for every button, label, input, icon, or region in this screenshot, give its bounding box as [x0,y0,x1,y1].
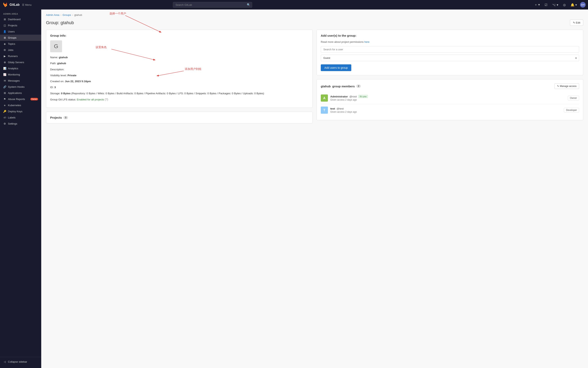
page-header: Group: gtahub ✎ Edit [46,20,583,26]
alerts-button[interactable]: 🔔 ▾ [569,2,579,8]
members-title-suffix: group members [332,84,355,88]
group-avatar-letter: G [54,43,58,49]
dashboard-icon: ⊞ [3,18,6,21]
sidebar-item-topics[interactable]: ◈ Topics [0,41,41,47]
projects-card: Projects 0 [46,112,313,123]
sidebar-label-kubernetes: Kubernetes [8,104,21,107]
members-group-name: gtahub [321,84,331,88]
member-access-time-admin: Given access 2 days ago [330,98,565,101]
sidebar-item-users[interactable]: 👤 Users [0,28,41,35]
sidebar-label-monitoring: Monitoring [8,73,20,76]
user-avatar[interactable]: A ▾ [580,2,586,8]
sidebar-label-messages: Messages [8,79,20,82]
sidebar-item-analytics[interactable]: 📊 Analytics [0,65,41,72]
collapse-label: Collapse sidebar [8,360,27,363]
sidebar-item-jobs[interactable]: ⚙ Jobs [0,47,41,53]
sidebar-item-gitaly[interactable]: ⊕ Gitaly Servers [0,59,41,65]
sidebar-item-labels[interactable]: 🏷 Labels [0,114,41,121]
member-username-admin: @root [350,95,357,98]
sidebar-item-messages[interactable]: ✉ Messages [0,78,41,84]
group-name-value: gtahub [59,56,68,59]
sidebar-item-system-hooks[interactable]: 🔗 System Hooks [0,84,41,90]
sidebar-item-settings[interactable]: ⚙ Settings [0,121,41,127]
sidebar-item-dashboard[interactable]: ⊞ Dashboard [0,16,41,22]
member-row-admin: A Administrator @root It's you Given acc… [321,92,579,104]
groups-icon: ⊞ [3,36,6,39]
member-info-admin: Administrator @root It's you Given acces… [330,95,565,101]
create-button[interactable]: ＋ ▾ [533,2,541,8]
main-content: Admin Area › Groups › gtahub Group: gtah… [41,9,588,368]
group-info-card: Group info: G Name: gtahub Path: gtahub … [46,30,313,108]
issues-button[interactable]: ◎ [561,2,567,8]
breadcrumb-groups[interactable]: Groups [63,13,71,17]
sidebar-item-groups[interactable]: ⊞ Groups [0,35,41,41]
todo-button[interactable]: ☑ [543,2,549,8]
group-avatar: G [50,40,62,52]
group-lfs-row: Group Git LFS status: Enabled for all pr… [50,97,308,101]
member-name-admin: Administrator @root It's you [330,95,565,98]
group-storage-detail: (Repository: 0 Bytes / Wikis: 0 Bytes / … [71,92,264,95]
sidebar-label-labels: Labels [8,116,15,119]
group-path-value: gtahub [57,62,66,65]
group-storage-row: Storage: 0 Bytes (Repository: 0 Bytes / … [50,92,308,95]
menu-label: Menu [25,3,32,6]
deploy-keys-icon: 🔑 [3,110,6,113]
group-created-label: Created on: [50,80,65,83]
sidebar-item-monitoring[interactable]: 📈 Monitoring [0,72,41,78]
sidebar-label-groups: Groups [8,36,17,39]
sidebar-item-applications[interactable]: ⊞ Applications [0,90,41,96]
labels-icon: 🏷 [3,116,6,119]
breadcrumb-sep-1: › [60,13,61,17]
collapse-icon: ◁ [3,360,6,363]
sidebar-label-projects: Projects [8,24,17,27]
member-avatar-test: T [321,107,328,114]
brand-logo[interactable]: GitLab [2,2,20,8]
members-card: gtahub group members 2 ✎ Manage access [317,79,583,120]
group-id-label: ID: [50,86,54,89]
abuse-reports-badge: Owner [30,98,38,101]
sidebar-item-kubernetes[interactable]: ⎈ Kubernetes [0,102,41,108]
member-display-name-test: test [330,107,335,110]
sidebar-item-runners[interactable]: ▶ Runners [0,53,41,59]
navbar-right-actions: ＋ ▾ ☑ ⌥ ▾ ◎ 🔔 ▾ A ▾ [533,2,586,8]
messages-icon: ✉ [3,79,6,82]
abuse-reports-icon: ⚑ [3,98,6,101]
gitaly-icon: ⊕ [3,61,6,64]
manage-access-button[interactable]: ✎ Manage access [554,83,579,89]
member-display-name-admin: Administrator [330,95,348,98]
breadcrumb-current: gtahub [74,13,82,17]
breadcrumb-admin-area[interactable]: Admin Area [46,13,59,17]
sidebar-label-applications: Applications [8,92,22,94]
search-bar: 🔍 [173,2,252,8]
add-users-label: Add users to group [324,66,348,69]
brand-name: GitLab [9,3,20,7]
group-visibility-label: Visibility level: [50,74,68,77]
add-users-button[interactable]: Add users to group [321,64,351,71]
member-avatar-admin: A [321,94,328,101]
member-row-test: T test @test Given access 2 days ago Dev… [321,104,579,116]
sidebar-label-dashboard: Dashboard [8,18,21,21]
member-access-time-test: Given access 2 days ago [330,110,561,113]
merge-requests-button[interactable]: ⌥ ▾ [550,2,560,8]
sidebar-item-deploy-keys[interactable]: 🔑 Deploy Keys [0,108,41,114]
collapse-sidebar-button[interactable]: ◁ Collapse sidebar [0,359,41,365]
sidebar-label-runners: Runners [8,55,18,58]
edit-button[interactable]: ✎ Edit [570,20,583,26]
sidebar-item-abuse-reports[interactable]: ⚑ Abuse Reports Owner [0,96,41,102]
user-search-input[interactable] [321,46,579,53]
member-name-test: test @test [330,107,561,110]
sidebar-item-projects[interactable]: ◫ Projects [0,22,41,28]
sidebar-label-settings: Settings [8,122,17,125]
group-description-row: Description: [50,67,308,72]
kubernetes-icon: ⎈ [3,104,6,107]
menu-button[interactable]: ☰ Menu [22,3,32,6]
member-username-test: @test [337,107,343,110]
permissions-link[interactable]: here [364,40,370,43]
right-column: Add user(s) to the group: Read more abou… [317,30,583,123]
group-info-title: Group info: [50,34,308,37]
group-id-value: 3 [54,86,56,89]
lfs-help-icon[interactable]: (?) [105,98,108,101]
permissions-text: Read more about project permissions here [321,40,579,43]
role-select[interactable]: Guest Reporter Developer Maintainer Owne… [321,55,579,61]
search-input[interactable] [173,2,252,8]
